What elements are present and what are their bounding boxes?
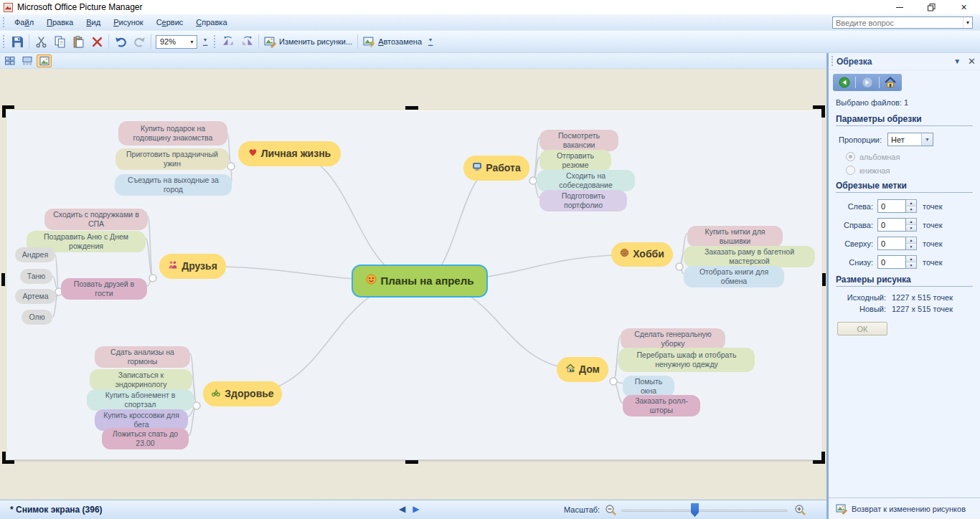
crop-top-input[interactable] bbox=[877, 237, 906, 250]
crop-left-input[interactable] bbox=[877, 199, 906, 213]
menu-view[interactable]: Вид bbox=[80, 16, 107, 29]
next-picture-button[interactable]: ▶ bbox=[413, 504, 419, 514]
mindmap-topic: Друзья bbox=[159, 254, 226, 279]
mindmap-subtopic-label: Записаться к эндокринологу bbox=[95, 371, 187, 389]
crop-right-stepper[interactable]: ▲▼ bbox=[906, 218, 917, 232]
menu-help[interactable]: Справка bbox=[189, 16, 233, 29]
restore-button[interactable] bbox=[915, 0, 948, 14]
title-bar: Microsoft Office Picture Manager × bbox=[0, 0, 980, 14]
task-pane-grip[interactable] bbox=[831, 55, 834, 67]
toolbar-grip[interactable] bbox=[2, 16, 5, 27]
edit-pictures-button[interactable]: Изменить рисунки... bbox=[262, 33, 354, 50]
proportions-combo[interactable]: Нет ▼ bbox=[887, 133, 933, 146]
crop-row-right: Справа:▲▼точек bbox=[836, 218, 973, 232]
crop-handle-middle-left[interactable] bbox=[1, 273, 5, 286]
toolbar-options-icon[interactable]: ▾▁ bbox=[201, 33, 209, 50]
task-pane-title: Обрезка bbox=[837, 57, 953, 67]
rotate-right-button[interactable] bbox=[238, 33, 255, 50]
question-dropdown-icon[interactable]: ▼ bbox=[963, 17, 972, 28]
copy-button[interactable] bbox=[51, 33, 68, 50]
mindmap-topic: Дом bbox=[557, 357, 608, 382]
new-size-label: Новый: bbox=[836, 305, 886, 313]
menu-tools[interactable]: Сервис bbox=[150, 16, 190, 29]
minimize-button[interactable] bbox=[883, 0, 915, 14]
menu-file[interactable]: Файл bbox=[8, 16, 40, 29]
picture-being-edited[interactable]: Купить подарок на годовщину знакомстваПр… bbox=[7, 111, 821, 460]
thumbnail-view-button[interactable] bbox=[2, 54, 17, 67]
redo-button[interactable] bbox=[131, 33, 148, 50]
mindmap-subtopic-label: Купить кроссовки для бега bbox=[100, 411, 182, 429]
mindmap-subtopic-label: Заказать раму в багетной мастерской bbox=[689, 247, 809, 266]
mindmap-subtopic-label: Перебрать шкаф и отобрать ненужную одежд… bbox=[624, 351, 749, 369]
mindmap-subtopic: Купить подарок на годовщину знакомства bbox=[118, 121, 227, 146]
crop-left-stepper[interactable]: ▲▼ bbox=[906, 199, 917, 213]
toolbar-grip[interactable] bbox=[213, 34, 216, 49]
crop-handle-top-right[interactable] bbox=[813, 105, 825, 118]
forward-icon[interactable] bbox=[862, 77, 873, 88]
proportions-dropdown-icon[interactable]: ▼ bbox=[921, 133, 933, 146]
crop-bottom-stepper[interactable]: ▲▼ bbox=[906, 255, 917, 269]
question-input[interactable] bbox=[833, 19, 963, 27]
view-mode-strip bbox=[0, 53, 826, 69]
crop-handle-middle-right[interactable] bbox=[822, 273, 826, 286]
paste-button[interactable] bbox=[70, 33, 87, 50]
autocorrect-button[interactable]: Автозамена bbox=[361, 33, 424, 50]
mindmap-subtopic-label: Съездить на выходные за город bbox=[121, 176, 226, 194]
mindmap-name-node-label: Таню bbox=[27, 272, 45, 281]
task-pane-menu-icon[interactable]: ▼ bbox=[953, 57, 961, 65]
crop-right-input[interactable] bbox=[877, 218, 906, 232]
ok-button[interactable]: ОК bbox=[837, 322, 887, 335]
crop-handle-bottom-middle[interactable] bbox=[405, 460, 418, 464]
mindmap-subtopic-label: Сдать анализы на гормоны bbox=[100, 348, 184, 366]
return-to-edit-link[interactable]: Возврат к изменению рисунков bbox=[829, 497, 980, 519]
crop-handle-bottom-right[interactable] bbox=[813, 452, 825, 464]
crop-handle-bottom-left[interactable] bbox=[2, 452, 14, 464]
crop-right-label: Справа: bbox=[836, 221, 873, 229]
crop-top-label: Сверху: bbox=[836, 239, 873, 248]
menu-picture[interactable]: Рисунок bbox=[107, 16, 150, 29]
zoom-combo[interactable]: 92% ▼ bbox=[156, 35, 197, 49]
portrait-radio[interactable] bbox=[846, 166, 855, 175]
crop-top-stepper[interactable]: ▲▼ bbox=[906, 237, 917, 250]
save-button[interactable] bbox=[9, 33, 26, 50]
help-question-box[interactable]: ▼ bbox=[832, 16, 973, 29]
task-pane-close-icon[interactable]: ✕ bbox=[968, 56, 976, 67]
undo-button[interactable] bbox=[112, 33, 129, 50]
return-to-edit-label: Возврат к изменению рисунков bbox=[852, 505, 966, 513]
mindmap-topic: Работа bbox=[463, 156, 529, 181]
mindmap-subtopic: Приготовить праздничный ужин bbox=[116, 148, 229, 170]
zoom-slider-thumb[interactable] bbox=[691, 503, 699, 517]
crop-handle-top-middle[interactable] bbox=[405, 106, 418, 110]
delete-button[interactable] bbox=[88, 33, 105, 50]
filmstrip-view-button[interactable] bbox=[19, 54, 34, 67]
rotate-left-button[interactable] bbox=[220, 33, 237, 50]
zoom-dropdown-icon[interactable]: ▼ bbox=[187, 36, 197, 48]
portrait-radio-label: книжная bbox=[859, 166, 890, 175]
toolbar-grip[interactable] bbox=[2, 34, 5, 49]
window-title: Microsoft Office Picture Manager bbox=[17, 2, 143, 12]
new-size-value: 1227 x 515 точек bbox=[892, 305, 953, 313]
back-icon[interactable] bbox=[839, 77, 850, 88]
crop-bottom-input[interactable] bbox=[877, 255, 906, 269]
zoom-out-icon[interactable] bbox=[605, 504, 617, 516]
toolbar-options-icon[interactable]: ▾▁ bbox=[426, 33, 435, 50]
mindmap-central-topic: Планы на апрель bbox=[352, 265, 488, 297]
mindmap-topic-label: Личная жизнь bbox=[261, 148, 331, 161]
close-button[interactable]: × bbox=[948, 0, 980, 14]
crop-handle-top-left[interactable] bbox=[2, 105, 14, 118]
single-picture-view-button[interactable] bbox=[37, 54, 52, 67]
proportions-label: Пропорции: bbox=[839, 135, 882, 144]
zoom-slider-track[interactable] bbox=[621, 510, 788, 512]
previous-picture-button[interactable]: ◀ bbox=[399, 504, 405, 514]
menu-edit[interactable]: Правка bbox=[40, 16, 80, 29]
mindmap-subtopic: Сходить с подружками в СПА bbox=[44, 209, 148, 230]
cut-button[interactable] bbox=[32, 33, 50, 50]
mindmap-subtopic: Сходить на собеседование bbox=[537, 170, 635, 191]
home-icon[interactable] bbox=[885, 77, 896, 88]
crop-row-left: Слева:▲▼точек bbox=[836, 199, 973, 213]
crop-bottom-label: Снизу: bbox=[836, 258, 873, 267]
crop-bottom-unit: точек bbox=[923, 258, 942, 267]
zoom-in-icon[interactable] bbox=[794, 504, 806, 516]
mindmap-topic: Хобби bbox=[611, 242, 673, 267]
landscape-radio[interactable] bbox=[846, 152, 855, 161]
